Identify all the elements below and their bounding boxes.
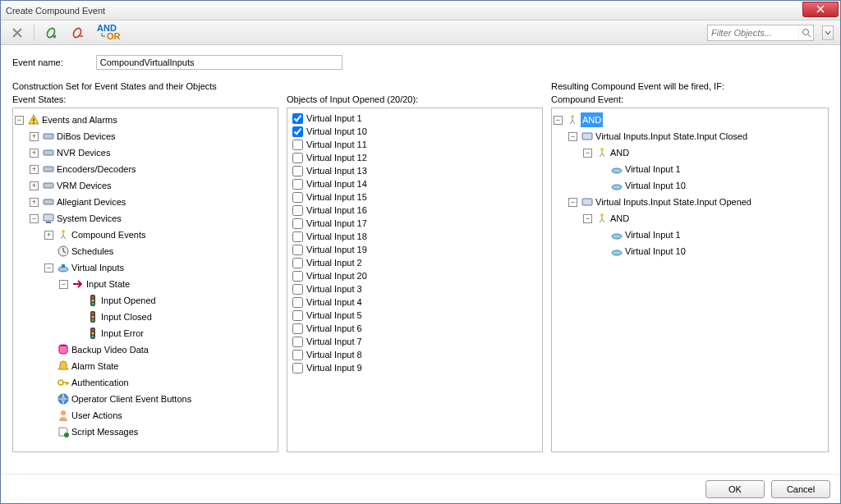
expand-toggle[interactable]: +: [30, 165, 39, 174]
tree-row-alarm[interactable]: Alarm State: [44, 358, 276, 374]
filter-search-button[interactable]: [798, 25, 813, 40]
tree-row-compound[interactable]: +Compound Events: [44, 227, 276, 243]
close-button[interactable]: [802, 2, 839, 17]
tree-row-input-error[interactable]: Input Error: [74, 325, 276, 341]
collapse-toggle[interactable]: −: [583, 214, 592, 223]
tree-row-user-actions[interactable]: User Actions: [44, 407, 276, 424]
collapse-toggle[interactable]: −: [59, 280, 68, 289]
object-checkbox[interactable]: [292, 192, 303, 203]
object-checkbox[interactable]: [292, 245, 303, 255]
tree-row-vi1b[interactable]: Virtual Input 1: [598, 227, 826, 243]
tree-row-and-2[interactable]: −AND: [583, 210, 826, 227]
tree-row-dibos[interactable]: +DiBos Devices: [30, 128, 276, 144]
tree-row-input-state[interactable]: −Input State: [59, 276, 276, 292]
list-item[interactable]: Virtual Input 17: [289, 217, 540, 230]
list-item[interactable]: Virtual Input 2: [289, 256, 540, 269]
expand-toggle[interactable]: +: [30, 198, 39, 207]
tree-row-nvr[interactable]: +NVR Devices: [30, 144, 276, 161]
filter-dropdown-button[interactable]: [822, 25, 834, 40]
object-checkbox[interactable]: [292, 179, 303, 190]
list-item[interactable]: Virtual Input 9: [289, 361, 540, 374]
tree-row-system[interactable]: −System Devices: [30, 210, 276, 227]
collapse-toggle[interactable]: −: [30, 214, 39, 223]
list-item[interactable]: Virtual Input 12: [289, 151, 540, 164]
object-checkbox[interactable]: [292, 350, 303, 360]
tree-row-vi1[interactable]: Virtual Input 1: [598, 161, 826, 177]
list-item[interactable]: Virtual Input 19: [289, 243, 540, 256]
list-item[interactable]: Virtual Input 10: [289, 125, 540, 138]
tree-row-vi10b[interactable]: Virtual Input 10: [598, 243, 826, 259]
list-item[interactable]: Virtual Input 15: [289, 190, 540, 204]
expand-toggle[interactable]: +: [44, 231, 53, 240]
event-states-panel[interactable]: − Events and Alarms +DiBos Devices +NVR …: [12, 108, 278, 452]
object-checkbox[interactable]: [292, 166, 303, 176]
list-item[interactable]: Virtual Input 20: [289, 269, 540, 282]
object-checkbox[interactable]: [292, 218, 303, 229]
collapse-toggle[interactable]: −: [44, 263, 53, 273]
list-item[interactable]: Virtual Input 6: [289, 322, 540, 335]
tree-row-events-alarms[interactable]: − Events and Alarms: [15, 112, 276, 128]
object-checkbox[interactable]: [292, 258, 303, 268]
tree-row-root-and[interactable]: −AND: [554, 112, 826, 128]
object-checkbox[interactable]: [292, 231, 303, 242]
collapse-toggle[interactable]: −: [554, 116, 563, 125]
object-checkbox[interactable]: [292, 271, 303, 282]
list-item[interactable]: Virtual Input 11: [289, 138, 540, 151]
list-item[interactable]: Virtual Input 8: [289, 348, 540, 361]
cancel-button[interactable]: Cancel: [771, 480, 830, 498]
object-checkbox[interactable]: [292, 310, 303, 321]
expand-toggle[interactable]: +: [30, 181, 39, 190]
delete-button[interactable]: [7, 23, 27, 43]
tree-row-vi10[interactable]: Virtual Input 10: [598, 177, 826, 194]
tree-row-input-closed[interactable]: Input Closed: [74, 309, 276, 325]
add-green-button[interactable]: [41, 23, 61, 43]
list-item[interactable]: Virtual Input 7: [289, 335, 540, 348]
and-or-toggle[interactable]: AND OR: [94, 23, 123, 43]
tree-row-vrm[interactable]: +VRM Devices: [30, 177, 276, 194]
list-item[interactable]: Virtual Input 18: [289, 230, 540, 243]
object-checkbox[interactable]: [292, 297, 303, 308]
tree-row-opened-state[interactable]: −Virtual Inputs.Input State.Input Opened: [568, 194, 826, 210]
expand-toggle[interactable]: +: [30, 132, 39, 141]
object-checkbox[interactable]: [292, 205, 303, 216]
tree-row-encoders[interactable]: +Encoders/Decoders: [30, 161, 276, 177]
object-checkbox[interactable]: [292, 284, 303, 295]
list-item[interactable]: Virtual Input 1: [289, 112, 540, 125]
collapse-toggle[interactable]: −: [568, 198, 577, 207]
object-checkbox[interactable]: [292, 126, 303, 137]
tree-row-virtual-inputs[interactable]: −Virtual Inputs: [44, 259, 276, 276]
list-item[interactable]: Virtual Input 13: [289, 164, 540, 177]
object-checkbox[interactable]: [292, 323, 303, 334]
expand-toggle[interactable]: +: [30, 149, 39, 158]
compound-event-panel[interactable]: −AND −Virtual Inputs.Input State.Input C…: [551, 108, 829, 452]
tree-row-allegiant[interactable]: +Allegiant Devices: [30, 194, 276, 210]
list-item[interactable]: Virtual Input 3: [289, 282, 540, 296]
collapse-toggle[interactable]: −: [568, 132, 577, 141]
event-states-tree[interactable]: − Events and Alarms +DiBos Devices +NVR …: [15, 112, 276, 440]
object-checkbox[interactable]: [292, 363, 303, 373]
tree-row-backup[interactable]: Backup Video Data: [44, 341, 276, 358]
ok-button[interactable]: OK: [705, 480, 765, 498]
filter-objects-input[interactable]: [708, 25, 798, 40]
tree-row-input-opened[interactable]: Input Opened: [74, 292, 276, 309]
tree-row-schedules[interactable]: Schedules: [44, 243, 276, 259]
tree-row-closed-state[interactable]: −Virtual Inputs.Input State.Input Closed: [568, 128, 826, 144]
object-checkbox[interactable]: [292, 113, 303, 124]
list-item[interactable]: Virtual Input 4: [289, 296, 540, 309]
list-item[interactable]: Virtual Input 16: [289, 204, 540, 217]
compound-event-tree[interactable]: −AND −Virtual Inputs.Input State.Input C…: [554, 112, 826, 259]
objects-panel[interactable]: Virtual Input 1Virtual Input 10Virtual I…: [287, 108, 543, 452]
object-checkbox[interactable]: [292, 153, 303, 163]
collapse-toggle[interactable]: −: [15, 116, 24, 125]
object-checkbox[interactable]: [292, 140, 303, 150]
add-red-button[interactable]: [67, 23, 87, 43]
tree-row-script[interactable]: Script Messages: [44, 424, 276, 440]
tree-row-auth[interactable]: Authentication: [44, 374, 276, 391]
list-item[interactable]: Virtual Input 5: [289, 309, 540, 322]
object-checkbox[interactable]: [292, 337, 303, 347]
event-name-input[interactable]: [96, 55, 342, 70]
tree-row-and-1[interactable]: −AND: [583, 144, 826, 161]
collapse-toggle[interactable]: −: [583, 149, 592, 158]
list-item[interactable]: Virtual Input 14: [289, 177, 540, 190]
tree-row-operator-client[interactable]: Operator Client Event Buttons: [44, 391, 276, 407]
